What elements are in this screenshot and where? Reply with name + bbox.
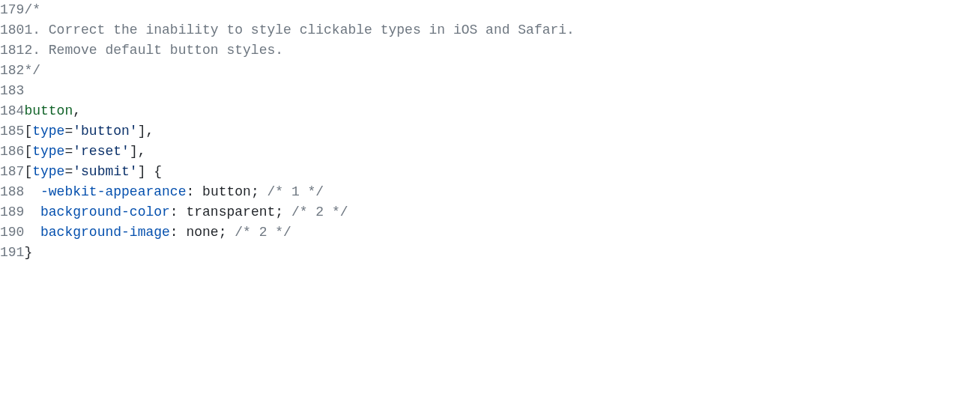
inline-comment: /* 2 */ bbox=[235, 225, 291, 240]
attr-name: type bbox=[32, 124, 64, 139]
line-number[interactable]: 187 bbox=[0, 162, 24, 182]
open-brace: { bbox=[154, 164, 162, 179]
space bbox=[145, 164, 154, 179]
string: 'reset' bbox=[73, 144, 130, 159]
space bbox=[178, 225, 187, 240]
code-line: 187 [type='submit'] { bbox=[0, 162, 980, 182]
space bbox=[178, 204, 187, 219]
indent bbox=[24, 202, 40, 222]
comma: , bbox=[73, 103, 81, 118]
code-content[interactable]: } bbox=[24, 243, 980, 263]
property: -webkit-appearance bbox=[40, 184, 186, 199]
code-content[interactable]: [type='button'], bbox=[24, 121, 980, 142]
code-line: 181 2. Remove default button styles. bbox=[0, 40, 980, 61]
comma: , bbox=[138, 144, 146, 159]
comment-close: */ bbox=[24, 63, 40, 78]
code-content[interactable]: [type='reset'], bbox=[24, 142, 980, 162]
space bbox=[283, 204, 291, 219]
code-block: 179 /* 180 1. Correct the inability to s… bbox=[0, 0, 980, 263]
attr-name: type bbox=[32, 164, 64, 179]
blank-line bbox=[24, 83, 32, 98]
code-line: 188 -webkit-appearance: button; /* 1 */ bbox=[0, 182, 980, 202]
open-bracket: [ bbox=[24, 124, 32, 139]
line-number[interactable]: 180 bbox=[0, 20, 24, 40]
inline-comment: /* 1 */ bbox=[267, 184, 324, 199]
indent bbox=[24, 222, 40, 243]
value: button bbox=[202, 184, 251, 199]
space bbox=[227, 225, 235, 240]
comment-text: 1. Correct the inability to style clicka… bbox=[24, 22, 575, 37]
comment-open: /* bbox=[24, 2, 40, 17]
close-bracket: ] bbox=[130, 144, 138, 159]
value: transparent bbox=[186, 204, 275, 219]
code-line: 184 button, bbox=[0, 101, 980, 121]
space bbox=[259, 184, 267, 199]
line-number[interactable]: 189 bbox=[0, 202, 24, 222]
code-content[interactable]: 2. Remove default button styles. bbox=[24, 40, 980, 61]
code-line: 182 */ bbox=[0, 61, 980, 81]
colon: : bbox=[170, 225, 178, 240]
code-content[interactable]: -webkit-appearance: button; /* 1 */ bbox=[24, 182, 980, 202]
code-content[interactable]: /* bbox=[24, 0, 980, 20]
line-number[interactable]: 184 bbox=[0, 101, 24, 121]
line-number[interactable]: 190 bbox=[0, 222, 24, 243]
equals: = bbox=[64, 164, 73, 179]
code-content[interactable]: background-image: none; /* 2 */ bbox=[24, 222, 980, 243]
line-number[interactable]: 191 bbox=[0, 243, 24, 263]
semicolon: ; bbox=[275, 204, 283, 219]
code-line: 190 background-image: none; /* 2 */ bbox=[0, 222, 980, 243]
close-bracket: ] bbox=[138, 124, 146, 139]
line-number[interactable]: 181 bbox=[0, 40, 24, 61]
colon: : bbox=[170, 204, 178, 219]
property: background-image bbox=[40, 225, 170, 240]
semicolon: ; bbox=[251, 184, 259, 199]
equals: = bbox=[64, 144, 73, 159]
code-line: 185 [type='button'], bbox=[0, 121, 980, 142]
colon: : bbox=[186, 184, 194, 199]
code-content[interactable]: 1. Correct the inability to style clicka… bbox=[24, 20, 980, 40]
code-line: 189 background-color: transparent; /* 2 … bbox=[0, 202, 980, 222]
indent bbox=[24, 182, 40, 202]
code-line: 183 bbox=[0, 81, 980, 101]
comment-text: 2. Remove default button styles. bbox=[24, 43, 283, 58]
comma: , bbox=[145, 124, 154, 139]
code-line: 186 [type='reset'], bbox=[0, 142, 980, 162]
close-bracket: ] bbox=[138, 164, 146, 179]
code-content[interactable]: [type='submit'] { bbox=[24, 162, 980, 182]
attr-name: type bbox=[32, 144, 64, 159]
line-number[interactable]: 188 bbox=[0, 182, 24, 202]
code-line: 191 } bbox=[0, 243, 980, 263]
line-number[interactable]: 186 bbox=[0, 142, 24, 162]
code-line: 180 1. Correct the inability to style cl… bbox=[0, 20, 980, 40]
code-content[interactable] bbox=[24, 81, 980, 101]
property: background-color bbox=[40, 204, 170, 219]
string: 'submit' bbox=[73, 164, 137, 179]
close-brace: } bbox=[24, 245, 32, 260]
line-number[interactable]: 185 bbox=[0, 121, 24, 142]
selector-tag: button bbox=[24, 103, 73, 118]
open-bracket: [ bbox=[24, 164, 32, 179]
line-number[interactable]: 182 bbox=[0, 61, 24, 81]
semicolon: ; bbox=[219, 225, 227, 240]
line-number[interactable]: 179 bbox=[0, 0, 24, 20]
code-content[interactable]: button, bbox=[24, 101, 980, 121]
space bbox=[194, 184, 202, 199]
open-bracket: [ bbox=[24, 144, 32, 159]
line-number[interactable]: 183 bbox=[0, 81, 24, 101]
inline-comment: /* 2 */ bbox=[291, 204, 348, 219]
string: 'button' bbox=[73, 124, 137, 139]
code-content[interactable]: background-color: transparent; /* 2 */ bbox=[24, 202, 980, 222]
value: none bbox=[186, 225, 218, 240]
equals: = bbox=[64, 124, 73, 139]
code-content[interactable]: */ bbox=[24, 61, 980, 81]
code-line: 179 /* bbox=[0, 0, 980, 20]
